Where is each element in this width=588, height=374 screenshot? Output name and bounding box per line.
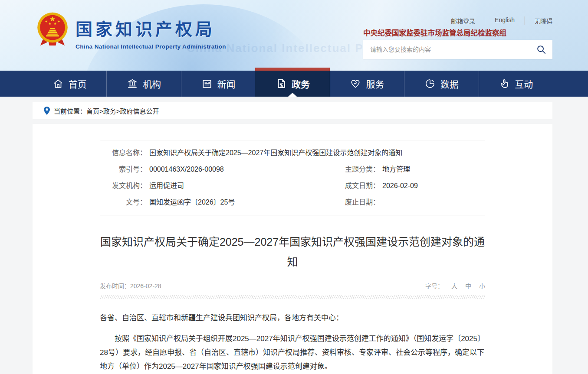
font-size-control: 字号： 大 中 小 xyxy=(425,281,485,290)
issue-date-value: 2026-02-09 xyxy=(382,180,418,192)
nav-inner: 首页 机构 新闻 政务 服务 xyxy=(33,71,553,97)
font-size-large-button[interactable]: 大 xyxy=(451,281,457,290)
data-icon xyxy=(424,78,436,89)
article-title: 国家知识产权局关于确定2025—2027年国家知识产权强国建设示范创建对象的通知 xyxy=(100,232,485,272)
meta-row-docno-repeal: 文号： 国知发运函字〔2026〕25号 废止日期： xyxy=(100,197,480,208)
nav-label: 政务 xyxy=(292,77,310,90)
publish-time-value: 2026-02-28 xyxy=(130,283,161,289)
meta-row-info-name: 信息名称： 国家知识产权局关于确定2025—2027年国家知识产权强国建设示范创… xyxy=(100,147,480,159)
issuing-agency-label: 发文机构： xyxy=(100,180,147,192)
topic-category-label: 主题分类： xyxy=(333,164,380,175)
nav-item-institution[interactable]: 机构 xyxy=(106,71,181,97)
site-logo[interactable]: 国家知识产权局 China National Intellectual Prop… xyxy=(36,11,226,50)
breadcrumb-prefix: 当前位置： xyxy=(54,106,86,115)
publish-time: 发布时间：2026-02-28 xyxy=(100,281,161,290)
issue-date-label: 成文日期： xyxy=(333,180,380,192)
nav-item-service[interactable]: 服务 xyxy=(330,71,404,97)
discipline-inspection-link[interactable]: 中央纪委国家监委驻市场监管总局纪检监察组 xyxy=(363,27,506,38)
nav-item-government-affairs[interactable]: 政务 xyxy=(255,71,329,97)
publish-time-label: 发布时间： xyxy=(100,283,130,289)
nav-label: 数据 xyxy=(440,77,459,90)
document-number-value: 国知发运函字〔2026〕25号 xyxy=(149,197,333,208)
article-body: 各省、自治区、直辖市和新疆生产建设兵团知识产权局，各地方有关中心： 按照《国家知… xyxy=(100,311,485,374)
service-icon xyxy=(350,78,361,89)
repeal-date-label: 废止日期： xyxy=(333,197,380,208)
meta-row-agency-date: 发文机构： 运用促进司 成文日期： 2026-02-09 xyxy=(100,180,480,192)
english-link[interactable]: English xyxy=(485,16,524,25)
hatched-divider xyxy=(100,295,485,299)
info-name-label: 信息名称： xyxy=(100,147,147,159)
index-number-value: 00001463X/2026-00098 xyxy=(149,164,333,175)
nav-item-news[interactable]: 新闻 xyxy=(181,71,255,97)
utility-links: 邮箱登录 English 无障碍 xyxy=(441,16,552,25)
font-size-label: 字号： xyxy=(425,281,443,290)
search-input[interactable] xyxy=(363,40,530,59)
site-name: 国家知识产权局 xyxy=(76,16,226,40)
article-paragraph: 各省、自治区、直辖市和新疆生产建设兵团知识产权局，各地方有关中心： xyxy=(100,311,485,325)
site-name-english: China National Intellectual Property Adm… xyxy=(76,43,226,50)
location-pin-icon xyxy=(44,107,50,115)
news-icon xyxy=(201,78,213,89)
meta-row-index-topic: 索引号： 00001463X/2026-00098 主题分类： 地方管理 xyxy=(100,164,480,175)
document-number-label: 文号： xyxy=(100,197,147,208)
breadcrumb: 当前位置： 首页>政务>政府信息公开 xyxy=(33,102,552,119)
mail-login-link[interactable]: 邮箱登录 xyxy=(441,16,485,25)
article-meta-bar: 发布时间：2026-02-28 字号： 大 中 小 xyxy=(100,281,485,290)
nav-label: 首页 xyxy=(69,77,87,90)
info-name-value: 国家知识产权局关于确定2025—2027年国家知识产权强国建设示范创建对象的通知 xyxy=(149,147,402,159)
nav-item-interaction[interactable]: 互动 xyxy=(479,71,553,97)
document-meta-table: 信息名称： 国家知识产权局关于确定2025—2027年国家知识产权强国建设示范创… xyxy=(100,140,485,215)
search-icon xyxy=(536,45,546,55)
accessibility-link[interactable]: 无障碍 xyxy=(524,16,552,25)
national-emblem-icon xyxy=(36,11,69,48)
search-bar xyxy=(363,40,552,59)
nav-label: 机构 xyxy=(143,77,161,90)
topic-category-value: 地方管理 xyxy=(382,164,410,175)
search-button[interactable] xyxy=(530,40,552,59)
nav-item-home[interactable]: 首页 xyxy=(33,71,106,97)
interaction-icon xyxy=(499,78,510,89)
main-navigation: 首页 机构 新闻 政务 服务 xyxy=(0,71,588,97)
site-header: China National Intellectual Property Adm… xyxy=(0,0,588,71)
nav-label: 新闻 xyxy=(217,77,236,90)
font-size-small-button[interactable]: 小 xyxy=(479,281,485,290)
article-paragraph: 按照《国家知识产权局关于组织开展2025—2027年知识产权强国建设示范创建工作… xyxy=(100,332,485,374)
nav-label: 服务 xyxy=(366,77,384,90)
content-area: 信息名称： 国家知识产权局关于确定2025—2027年国家知识产权强国建设示范创… xyxy=(33,124,552,374)
issuing-agency-value: 运用促进司 xyxy=(149,180,333,192)
government-affairs-icon xyxy=(276,78,287,89)
nav-item-data[interactable]: 数据 xyxy=(404,71,478,97)
institution-icon xyxy=(127,78,138,89)
home-icon xyxy=(53,78,64,89)
site-title-block: 国家知识产权局 China National Intellectual Prop… xyxy=(76,11,226,50)
index-number-label: 索引号： xyxy=(100,164,147,175)
nav-label: 互动 xyxy=(515,77,533,90)
breadcrumb-path[interactable]: 首页>政务>政府信息公开 xyxy=(86,106,159,115)
font-size-medium-button[interactable]: 中 xyxy=(465,281,471,290)
